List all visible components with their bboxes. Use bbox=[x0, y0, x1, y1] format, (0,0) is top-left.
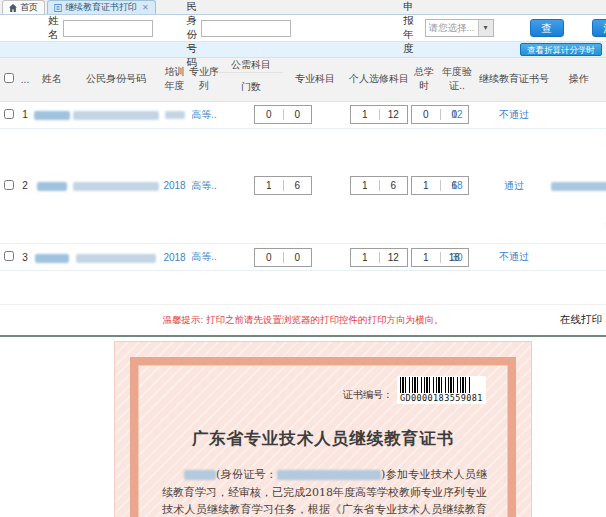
train-year-value: 2018 bbox=[160, 244, 189, 271]
redacted-holder-id-blur bbox=[277, 470, 381, 480]
query-button[interactable]: 查询 bbox=[530, 19, 564, 37]
col-total-hours: 总学时 bbox=[411, 58, 437, 101]
redacted-name-blur[interactable] bbox=[37, 182, 67, 191]
redacted-holder-name-blur bbox=[184, 470, 216, 480]
col-seq: ... bbox=[18, 58, 32, 101]
series-value: 高等.. bbox=[189, 101, 219, 128]
col-public-doors: 门数 bbox=[219, 73, 283, 102]
tab-certificate-print-label: 继续教育证书打印 bbox=[65, 1, 137, 14]
col-operation: 操作 bbox=[551, 58, 606, 101]
redacted-cert-no-blur bbox=[551, 182, 606, 191]
public-subject-box: 00 bbox=[254, 105, 312, 124]
print-orientation-warning: 温馨提示: 打印之前请先设置浏览器的打印控件的打印方向为横向。 bbox=[163, 314, 444, 327]
cert-no-cell bbox=[551, 244, 606, 271]
clear-button[interactable]: 清空 bbox=[592, 19, 606, 37]
barcode bbox=[400, 377, 472, 393]
name-label: 姓名 bbox=[48, 14, 59, 42]
redacted-name-blur[interactable] bbox=[35, 254, 69, 263]
certificate: 证书编号： GD0000183559081 广东省专业技术人员继续教育证书 (身… bbox=[114, 341, 532, 517]
tab-certificate-print[interactable]: 继续教育证书打印 ✕ bbox=[47, 0, 156, 14]
row-seq: 1 bbox=[18, 101, 32, 128]
close-icon[interactable]: ✕ bbox=[142, 3, 149, 12]
redacted-id-blur bbox=[76, 254, 156, 263]
grid-toolbar: 查看折算计分学时 bbox=[0, 42, 606, 58]
table-row: 1 高等.. 00 112 00 12 不通过 bbox=[0, 101, 606, 128]
redacted-id-blur bbox=[73, 111, 159, 120]
row-checkbox[interactable] bbox=[4, 109, 14, 119]
online-print-link[interactable]: 在线打印 bbox=[560, 313, 602, 327]
row-checkbox[interactable] bbox=[4, 251, 14, 261]
chevron-down-icon[interactable]: ▾ bbox=[478, 20, 493, 36]
redacted-name-blur[interactable] bbox=[34, 111, 70, 120]
train-year-value: 2018 bbox=[160, 128, 189, 244]
col-elective-subjects: 个人选修科目 bbox=[347, 58, 411, 101]
search-form: 姓名 公民身份号码 申报年度 请您选择... ▾ 查询 清空 bbox=[0, 15, 606, 42]
col-annual-verify: 年度验证.. bbox=[437, 58, 477, 101]
verify-status-link[interactable]: 通过 bbox=[504, 180, 524, 191]
public-subject-box: 00 bbox=[254, 248, 312, 267]
col-series: 专业序列 bbox=[189, 58, 219, 101]
series-value: 高等.. bbox=[189, 244, 219, 271]
year-select[interactable]: 请您选择... ▾ bbox=[425, 19, 494, 37]
certificate-body-pre: (身份证号： bbox=[216, 468, 277, 481]
table-row: 3 2018 高等.. 00 112 118 30 不通过 bbox=[0, 244, 606, 271]
id-label: 公民身份号码 bbox=[187, 0, 198, 70]
certificate-preview-area: 证书编号： GD0000183559081 广东省专业技术人员继续教育证书 (身… bbox=[0, 335, 606, 517]
year-select-value: 请您选择... bbox=[426, 22, 478, 35]
col-id: 公民身份号码 bbox=[72, 58, 160, 101]
row-checkbox[interactable] bbox=[4, 180, 14, 190]
major-subject-box: 112 bbox=[350, 105, 408, 124]
table-row: 2 2018 高等.. 16 16 16 18 通过 打印 [重新生成证书打印] bbox=[0, 128, 606, 244]
redacted-id-blur bbox=[73, 182, 159, 191]
certificate-body: (身份证号：)参加专业技术人员继续教育学习，经审核，已完成2018年度高等学校教… bbox=[162, 466, 487, 517]
notice-bar: 温馨提示: 打印之前请先设置浏览器的打印控件的打印方向为横向。 在线打印 bbox=[0, 305, 606, 335]
col-cert-no: 继续教育证书号 bbox=[477, 58, 551, 101]
document-icon bbox=[54, 4, 62, 12]
tab-home-label: 首页 bbox=[20, 1, 38, 14]
row-seq: 2 bbox=[18, 128, 32, 244]
year-label: 申报年度 bbox=[403, 0, 421, 56]
col-major-subjects: 专业科目 bbox=[283, 58, 347, 101]
certificate-number-label: 证书编号： bbox=[343, 388, 393, 404]
certificate-table: ... 姓名 公民身份号码 培训年度 专业序列 公需科目 专业科目 个人选修科目… bbox=[0, 58, 606, 271]
id-input[interactable] bbox=[201, 20, 291, 37]
row-seq: 3 bbox=[18, 244, 32, 271]
tab-bar: 首页 继续教育证书打印 ✕ bbox=[0, 0, 606, 15]
name-input[interactable] bbox=[63, 20, 153, 37]
certificate-number-block: 证书编号： GD0000183559081 bbox=[343, 376, 531, 404]
certificate-number-value: GD0000183559081 bbox=[400, 393, 483, 403]
col-name: 姓名 bbox=[32, 58, 72, 101]
verify-status-link[interactable]: 不通过 bbox=[499, 251, 529, 262]
select-all-checkbox[interactable] bbox=[4, 73, 14, 83]
grid-empty-area bbox=[0, 271, 606, 305]
series-value: 高等.. bbox=[189, 128, 219, 244]
major-subject-box: 16 bbox=[350, 176, 408, 195]
cert-no-cell bbox=[551, 101, 606, 128]
home-icon bbox=[9, 4, 17, 12]
redacted-year-blur bbox=[165, 111, 185, 119]
col-train-year: 培训年度 bbox=[160, 58, 189, 101]
certificate-title: 广东省专业技术人员继续教育证书 bbox=[115, 428, 531, 450]
verify-status-link[interactable]: 不通过 bbox=[499, 109, 529, 120]
major-subject-box: 112 bbox=[350, 248, 408, 267]
tab-home[interactable]: 首页 bbox=[2, 0, 45, 14]
public-subject-box: 16 bbox=[254, 176, 312, 195]
view-converted-hours-button[interactable]: 查看折算计分学时 bbox=[520, 43, 602, 56]
